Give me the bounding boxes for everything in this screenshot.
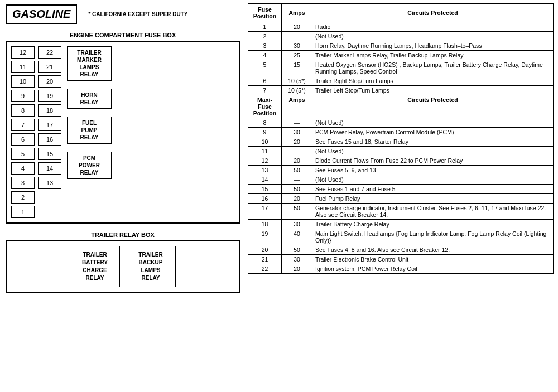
fuse-pos: 2 [248,32,282,41]
table-row: 19 40 Main Light Switch, Headlamps {Fog … [248,229,554,245]
fuse-circuits: (Not Used) [312,118,554,128]
fuse-pos: 20 [248,245,282,255]
table-row: 22 20 Ignition system, PCM Power Relay C… [248,264,554,274]
fuse-circuits: Heated Oxygen Sensor (HO2S) , Backup Lam… [312,60,554,76]
fuse-circuits: Trailer Right Stop/Turn Lamps [312,76,554,86]
fuse-cell: 5 [11,148,35,160]
fuse-pos: 16 [248,194,282,204]
relay-col: TRAILER MARKER LAMPS RELAYHORN RELAYFUEL… [67,46,112,179]
table-row: 11 — (Not Used) [248,147,554,156]
fuse-circuits: Radio [312,22,554,32]
fuse-pos: 3 [248,41,282,51]
fuse-cell: 6 [11,133,35,146]
table-row: 10 20 See Fuses 15 and 18, Starter Relay [248,137,554,147]
fuse-circuits: PCM Power Relay, Powertrain Control Modu… [312,128,554,137]
fuse-circuits: Main Light Switch, Headlamps {Fog Lamp I… [312,229,554,245]
fuse-pos: 17 [248,204,282,220]
fuse-pos: 11 [248,147,282,156]
fuse-amps: 20 [282,22,312,32]
fuse-amps: 30 [282,255,312,264]
table-row: 17 50 Generator charge indicator, Instru… [248,204,554,220]
fuse-circuits: (Not Used) [312,175,554,185]
fuse-amps: — [282,32,312,41]
trailer-relay-item: TRAILER BACKUP LAMPS RELAY [126,246,176,287]
fuse-cell: 15 [38,148,61,160]
fuse-circuits: See Fuses 5, 9, and 13 [312,166,554,175]
trailer-relay-item: TRAILER BATTERY CHARGE RELAY [70,246,120,287]
fuse-cell: 8 [11,104,35,117]
fuse-amps: 50 [282,245,312,255]
fuse-circuits: Trailer Marker Lamps Relay, Trailer Back… [312,51,554,60]
fuse-cell: 10 [11,75,35,88]
fuse-pos: 18 [248,220,282,229]
fuse-cell: 11 [11,61,35,73]
gasoline-label: GASOLINE [6,4,77,24]
table-row: 12 20 Diode Current Flows From Fuse 22 t… [248,156,554,166]
fuse-cell: 7 [11,119,35,131]
engine-section-title: ENGINE COMPARTMENT FUSE BOX [6,32,240,38]
table-row: 7 10 (5*) Trailer Left Stop/Turn Lamps [248,86,554,95]
fuse-pos: 7 [248,86,282,95]
fuse-circuits: Horn Relay, Daytime Running Lamps, Headl… [312,41,554,51]
maxi-amps-header: Amps [282,95,312,118]
fuse-circuits: Generator charge indicator, Instrument C… [312,204,554,220]
table-row: 5 15 Heated Oxygen Sensor (HO2S) , Backu… [248,60,554,76]
fuse-circuits: Trailer Electronic Brake Control Unit [312,255,554,264]
fuse-amps: 30 [282,41,312,51]
header-row: GASOLINE * CALIFORNIA EXCEPT SUPER DUTY [6,4,240,24]
engine-section: ENGINE COMPARTMENT FUSE BOX 121110987654… [6,32,240,224]
fuse-pos: 4 [248,51,282,60]
fuse-circuits: Ignition system, PCM Power Relay Coil [312,264,554,274]
table-row: 8 — (Not Used) [248,118,554,128]
fuse-pos: 21 [248,255,282,264]
fuse-amps: 15 [282,60,312,76]
fuse-col-2: 22212019181716151413 [38,46,61,218]
right-panel: FusePosition Amps Circuits Protected 1 2… [246,0,558,392]
california-note: * CALIFORNIA EXCEPT SUPER DUTY [88,11,187,17]
fuse-circuits: See Fuses 15 and 18, Starter Relay [312,137,554,147]
fuse-table: FusePosition Amps Circuits Protected 1 2… [248,3,554,274]
th-position: FusePosition [248,4,282,22]
fuse-pos: 5 [248,60,282,76]
fuse-circuits: See Fuses 1 and 7 and Fuse 5 [312,185,554,194]
fuse-amps: 10 (5*) [282,76,312,86]
fuse-pos: 10 [248,137,282,147]
table-row: 15 50 See Fuses 1 and 7 and Fuse 5 [248,185,554,194]
fuse-circuits: Trailer Battery Charge Relay [312,220,554,229]
maxi-circuits-header: Circuits Protected [312,95,554,118]
fuse-circuits: Trailer Left Stop/Turn Lamps [312,86,554,95]
table-row: 4 25 Trailer Marker Lamps Relay, Trailer… [248,51,554,60]
table-row: 9 30 PCM Power Relay, Powertrain Control… [248,128,554,137]
fuse-pos: 6 [248,76,282,86]
maxi-fuse-header: Maxi-FusePosition Amps Circuits Protecte… [248,95,554,118]
relay-box: TRAILER MARKER LAMPS RELAY [67,46,112,81]
fuse-pos: 8 [248,118,282,128]
fuse-pos: 1 [248,22,282,32]
fuse-pos: 22 [248,264,282,274]
trailer-box: TRAILER BATTERY CHARGE RELAYTRAILER BACK… [6,240,240,293]
fuse-amps: 20 [282,156,312,166]
fuse-cell: 22 [38,46,61,59]
th-amps: Amps [282,4,312,22]
fuse-amps: — [282,118,312,128]
engine-box: 121110987654321 22212019181716151413 TRA… [6,41,240,224]
table-row: 16 20 Fuel Pump Relay [248,194,554,204]
fuse-col-1: 121110987654321 [11,46,35,218]
table-row: 21 30 Trailer Electronic Brake Control U… [248,255,554,264]
table-row: 13 50 See Fuses 5, 9, and 13 [248,166,554,175]
fuse-cell: 3 [11,177,35,189]
table-row: 18 30 Trailer Battery Charge Relay [248,220,554,229]
fuse-amps: 30 [282,128,312,137]
fuse-amps: 20 [282,194,312,204]
fuse-amps: 10 (5*) [282,86,312,95]
th-circuits: Circuits Protected [312,4,554,22]
trailer-section-title: TRAILER RELAY BOX [6,231,240,238]
fuse-amps: — [282,175,312,185]
fuse-cell: 4 [11,162,35,175]
fuse-pos: 15 [248,185,282,194]
trailer-section: TRAILER RELAY BOX TRAILER BATTERY CHARGE… [6,231,240,293]
fuse-cell: 18 [38,104,61,117]
left-panel: GASOLINE * CALIFORNIA EXCEPT SUPER DUTY … [0,0,246,392]
fuse-cell: 14 [38,162,61,175]
fuse-amps: 30 [282,220,312,229]
